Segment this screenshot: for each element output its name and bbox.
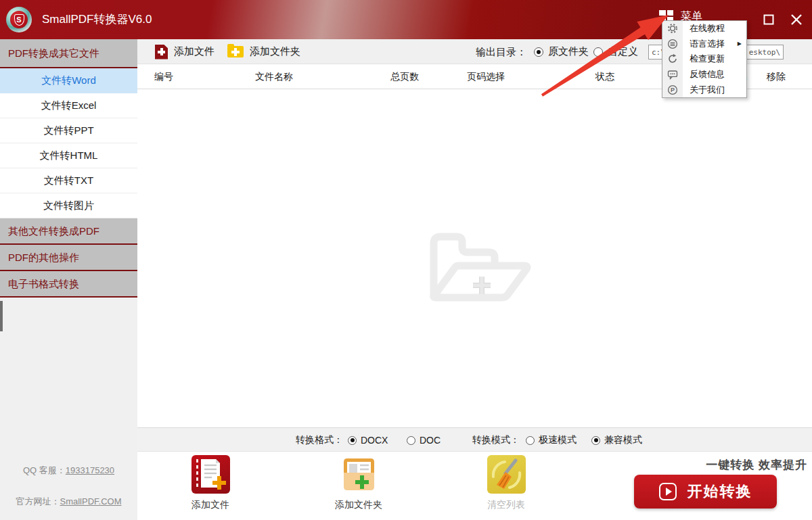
mode-compat-label: 兼容模式 [604,434,642,446]
clear-list-big-icon [487,455,526,494]
format-doc-label: DOC [420,435,441,446]
sidebar-section-other-to-pdf[interactable]: 其他文件转换成PDF [0,218,137,245]
official-site-label: 官方网址： [16,496,60,506]
mode-fast-label: 极速模式 [539,434,577,446]
output-dir-label: 输出目录： [476,39,526,64]
radio-unselected-icon [407,436,415,445]
add-folder-label: 添加文件夹 [250,45,300,58]
action-bar: 添加文件 添加文件夹 [137,452,812,520]
output-source-folder-radio[interactable]: 原文件夹 [534,39,589,64]
feedback-bubble-icon [662,69,683,80]
official-site: 官方网址：SmallPDF.COM [0,496,137,508]
col-pages: 总页数 [390,64,419,89]
qq-support: QQ 客服：1933175230 [0,465,137,477]
sidebar: PDF转换成其它文件 文件转Word 文件转Excel 文件转PPT 文件转HT… [0,39,137,520]
slogan-text: 一键转换 效率提升 [682,457,807,473]
output-custom-radio[interactable]: 自定义 [593,39,638,64]
mode-compat-radio[interactable]: 兼容模式 [591,428,642,452]
radio-unselected-icon [526,436,535,445]
file-list-area[interactable] [137,89,812,427]
app-window: S SmallPDF转换器V6.0 菜单 PDF转换成其它文件 文件转Word … [0,0,812,520]
app-logo-icon: S [6,7,32,32]
gear-icon [662,23,683,34]
sidebar-section-ebook[interactable]: 电子书格式转换 [0,271,137,298]
menu-item-online-tutorial[interactable]: 在线教程 [662,21,746,37]
sidebar-item-to-excel[interactable]: 文件转Excel [0,93,137,118]
menu-item-feedback[interactable]: 反馈信息 [662,67,746,82]
sidebar-item-to-image[interactable]: 文件转图片 [0,193,137,218]
qq-support-label: QQ 客服： [23,465,66,475]
add-file-icon [155,45,168,60]
play-icon [659,483,677,500]
add-folder-button[interactable]: 添加文件夹 [227,39,300,64]
add-file-label: 添加文件 [174,45,215,58]
sidebar-section-pdf-to-other[interactable]: PDF转换成其它文件 [0,39,137,68]
options-bar: 转换格式： DOCX DOC 转换模式： 极速模式 兼容模式 [137,427,812,452]
sidebar-section-pdf-ops[interactable]: PDF的其他操作 [0,245,137,271]
language-icon [662,39,683,49]
output-path-right: esktop\ [749,48,780,57]
radio-unselected-icon [593,47,603,57]
format-doc-radio[interactable]: DOC [407,428,441,452]
add-file-button[interactable]: 添加文件 [155,39,215,64]
radio-selected-icon [348,436,357,445]
col-status: 状态 [595,64,614,89]
qq-support-link[interactable]: 1933175230 [66,465,114,475]
maximize-button[interactable] [759,9,779,30]
about-icon: P [662,85,683,95]
close-button[interactable] [786,9,807,30]
menu-item-check-update[interactable]: 检查更新 [662,51,746,67]
radio-selected-icon [591,436,600,445]
sidebar-item-to-txt[interactable]: 文件转TXT [0,168,137,193]
format-label: 转换格式： [296,428,343,452]
sidebar-item-to-word[interactable]: 文件转Word [0,68,137,93]
col-remove: 移除 [767,64,786,89]
svg-text:P: P [671,87,675,93]
col-range: 页码选择 [467,64,505,89]
format-docx-label: DOCX [361,435,388,446]
add-file-action-label: 添加文件 [173,499,248,511]
menu-item-language[interactable]: 语言选择 ▶ [662,37,746,52]
add-file-big-icon [191,455,230,494]
sidebar-item-to-html[interactable]: 文件转HTML [0,143,137,168]
sidebar-item-to-ppt[interactable]: 文件转PPT [0,118,137,143]
add-folder-action[interactable]: 添加文件夹 [321,455,396,511]
add-folder-action-label: 添加文件夹 [321,499,396,511]
radio-selected-icon [534,47,543,57]
col-filename: 文件名称 [255,64,293,89]
official-site-link[interactable]: SmallPDF.COM [60,496,121,506]
empty-folder-watermark-icon[interactable] [424,229,537,308]
add-folder-icon [227,46,244,57]
add-folder-big-icon [340,455,378,494]
col-number: 编号 [154,64,173,89]
mode-label: 转换模式： [472,428,520,452]
sidebar-scrollbar[interactable] [0,301,3,331]
refresh-icon [662,53,683,64]
mode-fast-radio[interactable]: 极速模式 [526,428,577,452]
submenu-arrow-icon: ▶ [738,41,742,47]
clear-list-action-label: 清空列表 [469,499,543,511]
output-custom-label: 自定义 [608,45,638,58]
app-title: SmallPDF转换器V6.0 [42,0,152,39]
clear-list-action[interactable]: 清空列表 [469,455,543,511]
add-file-action[interactable]: 添加文件 [173,455,248,511]
format-docx-radio[interactable]: DOCX [348,428,388,452]
menu-item-about[interactable]: P 关于我们 [662,82,746,97]
output-source-folder-label: 原文件夹 [548,45,589,58]
start-convert-label: 开始转换 [687,481,752,502]
menu-dropdown: 在线教程 语言选择 ▶ 检查更新 反馈信息 P 关于我们 [662,20,747,98]
start-convert-button[interactable]: 开始转换 [634,475,777,509]
